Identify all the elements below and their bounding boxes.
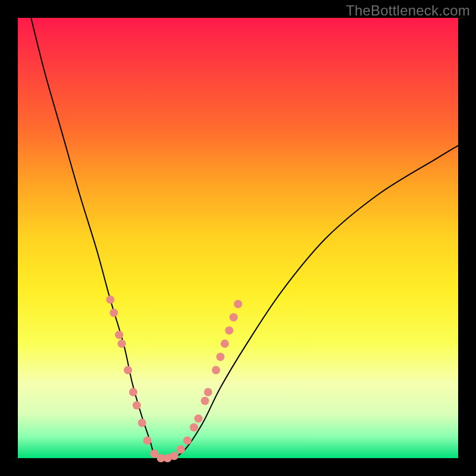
- marker-dot: [190, 423, 198, 431]
- marker-dot: [194, 414, 202, 422]
- marker-dots-group: [106, 296, 242, 462]
- marker-dot: [109, 309, 118, 317]
- marker-dot: [118, 340, 126, 348]
- marker-dot: [201, 397, 209, 405]
- marker-dot: [177, 445, 185, 453]
- marker-dot: [230, 313, 238, 321]
- marker-dot: [143, 436, 152, 444]
- marker-dot: [133, 401, 141, 409]
- marker-dot: [138, 419, 146, 427]
- marker-dot: [170, 452, 178, 460]
- marker-dot: [106, 296, 114, 304]
- bottleneck-curve: [31, 18, 458, 459]
- marker-dot: [234, 300, 242, 308]
- marker-dot: [183, 436, 192, 444]
- marker-dot: [212, 366, 220, 374]
- marker-dot: [216, 353, 224, 361]
- marker-dot: [129, 388, 137, 396]
- watermark-text: TheBottleneck.com: [346, 2, 470, 19]
- marker-dot: [221, 340, 229, 348]
- chart-svg: [18, 18, 458, 458]
- marker-dot: [225, 326, 233, 334]
- marker-dot: [204, 388, 212, 396]
- plot-area: [18, 18, 458, 458]
- marker-dot: [115, 331, 123, 339]
- chart-frame: TheBottleneck.com: [0, 0, 476, 476]
- marker-dot: [124, 366, 132, 374]
